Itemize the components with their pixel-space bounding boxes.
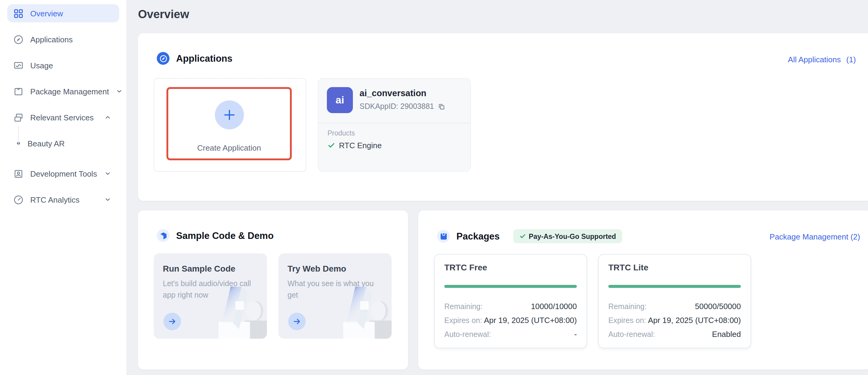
sidebar-item-relevant-services[interactable]: Relevant Services (7, 108, 119, 127)
sidebar-item-development-tools[interactable]: Development Tools (7, 165, 119, 183)
copy-icon[interactable] (438, 103, 445, 110)
sidebar: Overview Applications Usage (0, 0, 127, 375)
app-sdkappid: SDKAppID: 29003881 (360, 102, 445, 111)
gauge-icon (13, 195, 24, 205)
run-sample-code-tile[interactable]: Run Sample Code Let's build audio/video … (154, 253, 267, 339)
tree-guide-line (18, 127, 19, 146)
tile-title: Run Sample Code (163, 264, 267, 273)
decorative-illustration (337, 285, 392, 339)
sidebar-item-label: Development Tools (30, 169, 97, 178)
expires-row: Expires on: Apr 19, 2025 (UTC+08:00) (608, 313, 741, 327)
package-management-link[interactable]: Package Management (2) (770, 232, 860, 241)
packages-title: Packages (456, 231, 500, 242)
auto-renewal-row: Auto-renewal: - (444, 327, 577, 341)
package-name: TRTC Lite (608, 263, 741, 272)
auto-renewal-label: Auto-renewal: (444, 330, 491, 338)
tile-title: Try Web Demo (287, 264, 392, 273)
chevron-down-icon[interactable] (104, 170, 112, 177)
auto-renewal-row: Auto-renewal: Enabled (608, 327, 741, 341)
sidebar-item-label: Beauty AR (28, 139, 65, 148)
plus-icon (215, 100, 244, 130)
sidebar-item-label: RTC Analytics (30, 195, 80, 204)
sidebar-item-label: Overview (30, 9, 63, 18)
packages-card-header: Packages Pay-As-You-Go Supported (437, 229, 622, 243)
sidebar-item-applications[interactable]: Applications (7, 30, 119, 48)
demo-card-header: Sample Code & Demo (157, 229, 274, 242)
sidebar-item-beauty-ar[interactable]: Beauty AR (7, 134, 119, 152)
auto-renewal-value: Enabled (712, 330, 741, 339)
all-applications-link[interactable]: All Applications (1) (788, 55, 856, 64)
applications-card: Applications All Applications (1) Create… (138, 33, 868, 201)
compass-icon (13, 34, 24, 44)
services-icon (13, 112, 24, 123)
app-name: ai_conversation (360, 88, 427, 98)
progress-bar (444, 285, 577, 288)
applications-title: Applications (176, 53, 232, 64)
decorative-illustration (213, 285, 267, 339)
remaining-value: 50000/50000 (695, 302, 741, 311)
payg-badge: Pay-As-You-Go Supported (513, 229, 622, 243)
check-icon (519, 233, 526, 240)
cube-icon (157, 229, 169, 242)
sidebar-item-label: Applications (30, 35, 73, 44)
application-tile[interactable]: ai ai_conversation SDKAppID: 29003881 Pr… (318, 78, 471, 172)
app-avatar: ai (327, 87, 353, 113)
sidebar-item-label: Usage (30, 61, 53, 70)
expires-label: Expires on: (608, 316, 646, 325)
all-applications-label: All Applications (788, 55, 841, 64)
expires-value: Apr 19, 2025 (UTC+08:00) (484, 316, 577, 325)
sidebar-item-package-management[interactable]: Package Management (7, 82, 119, 100)
package-management-label: Package Management (2) (770, 232, 860, 241)
package-tile-trtc-lite: TRTC Lite Remaining: 50000/50000 Expires… (598, 254, 751, 348)
check-icon (328, 141, 335, 149)
app-sdkappid-text: SDKAppID: 29003881 (360, 102, 434, 111)
products-label: Products (328, 130, 355, 137)
remaining-row: Remaining: 10000/10000 (444, 299, 577, 313)
package-name: TRTC Free (444, 263, 577, 272)
tile-divider (318, 123, 470, 124)
bag-icon (437, 230, 450, 243)
all-applications-count: (1) (846, 55, 856, 64)
remaining-row: Remaining: 50000/50000 (608, 299, 741, 313)
page-title: Overview (138, 8, 189, 21)
demo-title: Sample Code & Demo (176, 230, 274, 241)
payg-badge-label: Pay-As-You-Go Supported (529, 233, 616, 240)
expires-value: Apr 19, 2025 (UTC+08:00) (648, 316, 741, 325)
arrow-right-icon[interactable] (288, 313, 306, 330)
devtools-icon (13, 168, 24, 179)
remaining-label: Remaining: (608, 302, 647, 311)
create-application-label: Create Application (197, 143, 261, 152)
remaining-label: Remaining: (444, 302, 483, 311)
applications-section-icon (157, 52, 169, 65)
chevron-down-icon[interactable] (116, 88, 123, 95)
expires-row: Expires on: Apr 19, 2025 (UTC+08:00) (444, 313, 577, 327)
auto-renewal-value: - (574, 330, 577, 339)
package-icon (13, 86, 24, 97)
auto-renewal-label: Auto-renewal: (608, 330, 655, 338)
package-tile-trtc-free: TRTC Free Remaining: 10000/10000 Expires… (434, 254, 587, 348)
sidebar-item-label: Package Management (30, 87, 109, 96)
grid-icon (13, 8, 24, 19)
product-name: RTC Engine (339, 141, 382, 150)
sidebar-item-label: Relevant Services (30, 113, 94, 122)
applications-card-header: Applications (157, 52, 232, 65)
sample-code-demo-card: Sample Code & Demo Run Samp (138, 210, 408, 370)
product-row: RTC Engine (328, 141, 382, 150)
packages-card: Packages Pay-As-You-Go Supported Package… (418, 210, 868, 370)
expires-label: Expires on: (444, 316, 482, 325)
arrow-right-icon[interactable] (163, 313, 181, 330)
remaining-value: 10000/10000 (531, 302, 577, 311)
progress-bar (608, 285, 741, 288)
create-application-card[interactable]: Create Application (154, 78, 306, 172)
chevron-down-icon[interactable] (104, 196, 112, 203)
console-window: Overview Applications Usage (0, 0, 868, 375)
sidebar-item-usage[interactable]: Usage (7, 56, 119, 74)
sidebar-item-rtc-analytics[interactable]: RTC Analytics (7, 191, 119, 209)
sidebar-item-overview[interactable]: Overview (7, 4, 119, 22)
highlight-box: Create Application (166, 87, 292, 160)
chevron-up-icon[interactable] (104, 114, 112, 121)
try-web-demo-tile[interactable]: Try Web Demo What you see is what you ge… (278, 253, 392, 339)
usage-icon (13, 60, 24, 70)
